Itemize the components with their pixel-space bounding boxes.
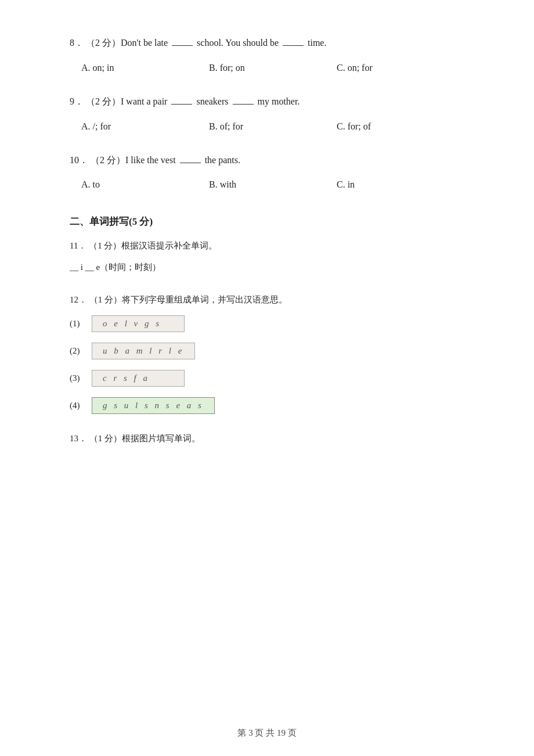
q10-option-c-label: C. xyxy=(337,179,348,189)
q8-option-b-label: B. xyxy=(209,63,220,73)
q10-option-c-value: in xyxy=(348,179,355,189)
q8-option-b[interactable]: B. for; on xyxy=(209,59,337,77)
q9-option-c-value: for; of xyxy=(348,121,371,131)
q9-options: A. /; for B. of; for C. for; of xyxy=(81,117,476,136)
q9-number: 9 xyxy=(70,96,74,106)
q12-item-4: (4) g s u l s n s e a s xyxy=(70,397,476,414)
q9-option-a[interactable]: A. /; for xyxy=(81,117,209,136)
q10-options: A. to B. with C. in xyxy=(81,175,476,194)
q8-blank1 xyxy=(172,45,193,46)
q10-number: 10 xyxy=(70,155,79,165)
q12-item1-label: (1) xyxy=(70,319,86,329)
q9-text: 9． （2 分）I want a pair sneakers my mother… xyxy=(70,93,476,110)
q10-option-b[interactable]: B. with xyxy=(209,175,337,194)
q10-option-a-value: to xyxy=(93,179,100,189)
q10-option-a-label: A. xyxy=(81,179,93,189)
q8-end: time. xyxy=(308,38,326,48)
q9-option-b[interactable]: B. of; for xyxy=(209,117,337,136)
q11-number: 11 xyxy=(70,241,78,250)
footer-text: 第 3 页 共 19 页 xyxy=(237,728,296,737)
q8-number: 8 xyxy=(70,38,74,48)
page-footer: 第 3 页 共 19 页 xyxy=(64,728,470,739)
q8-option-a-label: A. xyxy=(81,63,93,73)
q12-item3-box: c r s f a xyxy=(92,370,185,387)
q8-option-b-value: for; on xyxy=(220,63,245,73)
q11-hint: __ i __ e（时间；时刻） xyxy=(70,259,476,276)
q8-options: A. on; in B. for; on C. on; for xyxy=(81,59,476,77)
section2-title: 二、单词拼写(5 分) xyxy=(70,215,476,228)
q9-option-c[interactable]: C. for; of xyxy=(337,117,464,136)
q8-blank2 xyxy=(283,45,304,46)
q8-option-a-value: on; in xyxy=(93,63,114,73)
q8-option-c-label: C. xyxy=(337,63,348,73)
q12-item-2: (2) u b a m l r l e xyxy=(70,343,476,359)
q13-number: 13 xyxy=(70,434,78,443)
q9-mid: sneakers xyxy=(196,96,228,106)
q12-item2-label: (2) xyxy=(70,346,86,356)
q10-option-a[interactable]: A. to xyxy=(81,175,209,194)
page: 8． （2 分）Don't be late school. You should… xyxy=(0,0,534,756)
question-11: 11． （1 分）根据汉语提示补全单词。 __ i __ e（时间；时刻） xyxy=(70,237,476,275)
q13-label: （1 分）根据图片填写单词。 xyxy=(89,434,200,443)
q10-option-b-value: with xyxy=(220,179,236,189)
q9-text-label: （2 分）I want a pair xyxy=(86,96,167,106)
q11-text: 11． （1 分）根据汉语提示补全单词。 xyxy=(70,237,476,254)
q9-option-c-label: C. xyxy=(337,121,348,131)
q12-item2-box: u b a m l r l e xyxy=(92,343,195,359)
q12-item3-label: (3) xyxy=(70,373,86,383)
q13-text: 13． （1 分）根据图片填写单词。 xyxy=(70,430,476,447)
q11-label: （1 分）根据汉语提示补全单词。 xyxy=(89,241,217,250)
q8-text: 8． （2 分）Don't be late school. You should… xyxy=(70,35,476,52)
q8-option-c[interactable]: C. on; for xyxy=(337,59,464,77)
q12-item4-box: g s u l s n s e a s xyxy=(92,397,215,414)
q10-option-b-label: B. xyxy=(209,179,220,189)
q8-option-c-value: on; for xyxy=(348,63,373,73)
q8-option-a[interactable]: A. on; in xyxy=(81,59,209,77)
q12-number: 12 xyxy=(70,295,78,304)
q12-item-3: (3) c r s f a xyxy=(70,370,476,387)
q10-text-label: （2 分）I like the vest xyxy=(91,155,176,165)
q9-end: my mother. xyxy=(258,96,300,106)
question-12: 12． （1 分）将下列字母重组成单词，并写出汉语意思。 (1) o e l v… xyxy=(70,291,476,414)
q9-option-a-label: A. xyxy=(81,121,93,131)
q12-item4-label: (4) xyxy=(70,401,86,411)
q12-item-1: (1) o e l v g s xyxy=(70,315,476,332)
q9-option-b-label: B. xyxy=(209,121,220,131)
q10-text: 10． （2 分）I like the vest the pants. xyxy=(70,152,476,169)
q9-blank1 xyxy=(171,104,192,105)
q10-blank1 xyxy=(180,163,201,163)
q12-item1-box: o e l v g s xyxy=(92,315,185,332)
q8-mid: school. You should be xyxy=(197,38,279,48)
q9-option-b-value: of; for xyxy=(220,121,243,131)
q8-points-label: （2 分）Don't be late xyxy=(86,38,168,48)
question-8: 8． （2 分）Don't be late school. You should… xyxy=(70,35,476,77)
q10-end: the pants. xyxy=(205,155,240,165)
q12-label: （1 分）将下列字母重组成单词，并写出汉语意思。 xyxy=(89,295,287,304)
question-13: 13． （1 分）根据图片填写单词。 xyxy=(70,430,476,447)
question-10: 10． （2 分）I like the vest the pants. A. t… xyxy=(70,152,476,195)
question-9: 9． （2 分）I want a pair sneakers my mother… xyxy=(70,93,476,136)
q12-text: 12． （1 分）将下列字母重组成单词，并写出汉语意思。 xyxy=(70,291,476,308)
q10-option-c[interactable]: C. in xyxy=(337,175,464,194)
q9-option-a-value: /; for xyxy=(93,121,111,131)
q9-blank2 xyxy=(233,104,254,105)
